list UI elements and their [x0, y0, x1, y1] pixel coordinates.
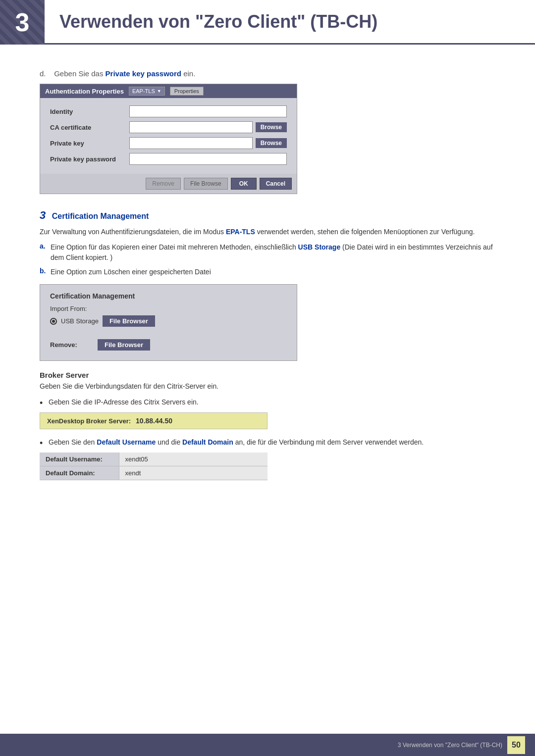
defaults-table: Default Username: xendt05 Default Domain… — [40, 453, 268, 480]
private-key-password-row: Private key password — [50, 153, 287, 165]
identity-input[interactable] — [129, 105, 287, 117]
dialog-title: Authentication Properties — [45, 88, 124, 95]
remove-button[interactable]: Remove — [146, 178, 181, 190]
default-domain-value: xendt — [119, 466, 268, 480]
dialog-footer: Remove File Browse OK Cancel — [40, 174, 297, 194]
usb-label: USB Storage — [61, 317, 99, 325]
default-username-value: xendt05 — [119, 453, 268, 466]
sub-step-b-text: Eine Option zum Löschen einer gespeicher… — [51, 267, 211, 277]
usb-radio[interactable] — [50, 318, 57, 325]
bullet-dot-1: • — [40, 399, 49, 407]
xen-label: XenDesktop Broker Server: — [47, 417, 131, 425]
broker-title: Broker Server — [40, 371, 495, 379]
dropdown-arrow: ▼ — [157, 89, 161, 94]
cancel-button[interactable]: Cancel — [260, 178, 292, 190]
default-username-label: Default Username: — [40, 453, 119, 466]
remove-file-browser-button[interactable]: File Browser — [98, 339, 150, 351]
page-number: 50 — [507, 736, 525, 754]
page-footer: 3 Verwenden von "Zero Client" (TB-CH) 50 — [0, 734, 535, 756]
chapter-title: Verwenden von "Zero Client" (TB-CH) — [59, 11, 377, 32]
sub-step-b-label: b. — [40, 267, 51, 277]
main-content: d. Geben Sie das Private key password ei… — [0, 59, 535, 520]
chapter-number: 3 — [15, 7, 30, 37]
private-key-row: Private key Browse — [50, 137, 287, 149]
section3-title: Certification Management — [52, 212, 149, 220]
dialog-title-bar: Authentication Properties EAP-TLS ▼ Prop… — [40, 84, 297, 98]
private-key-password-label: Private key password — [50, 155, 129, 163]
section3-highlight-mode: EPA-TLS — [226, 228, 255, 236]
broker-body: Geben Sie die Verbindungsdaten für den C… — [40, 382, 495, 390]
private-key-input[interactable] — [129, 137, 253, 149]
sub-step-a-text: Eine Option für das Kopieren einer Datei… — [51, 242, 495, 263]
broker-bullet1: • Geben Sie die IP-Adresse des Citrix Se… — [40, 397, 495, 407]
xen-desktop-box: XenDesktop Broker Server: 10.88.44.50 — [40, 412, 268, 429]
section3-body-before: Zur Verwaltung von Authentifizierungsdat… — [40, 228, 226, 236]
identity-label: Identity — [50, 108, 129, 115]
broker-bullet2-text: Geben Sie den Default Username und die D… — [49, 437, 424, 448]
private-key-label: Private key — [50, 140, 129, 147]
step-d-text-before: Geben Sie das — [54, 69, 105, 78]
auth-properties-dialog: Authentication Properties EAP-TLS ▼ Prop… — [40, 84, 297, 194]
ca-certificate-row: CA certificate Browse — [50, 121, 287, 133]
default-username-row: Default Username: xendt05 — [40, 453, 268, 466]
import-file-browser-button[interactable]: File Browser — [103, 315, 155, 327]
remove-row: Remove: File Browser — [50, 339, 287, 351]
remove-label: Remove: — [50, 341, 90, 349]
private-key-password-input[interactable] — [129, 153, 287, 165]
section3-number: 3 — [40, 209, 46, 221]
sub-step-a: a. Eine Option für das Kopieren einer Da… — [40, 242, 495, 263]
footer-text: 3 Verwenden von "Zero Client" (TB-CH) — [398, 742, 502, 749]
default-domain-label: Default Domain: — [40, 466, 119, 480]
section3-header: 3 Certification Management — [40, 209, 495, 222]
chapter-title-area: Verwenden von "Zero Client" (TB-CH) — [45, 0, 535, 45]
ca-certificate-label: CA certificate — [50, 124, 129, 131]
import-row: USB Storage File Browser — [50, 315, 287, 327]
chapter-number-block: 3 — [0, 0, 45, 45]
page-header: 3 Verwenden von "Zero Client" (TB-CH) — [0, 0, 535, 45]
step-d-label: d. Geben Sie das Private key password ei… — [40, 69, 495, 78]
eap-tls-label: EAP-TLS — [132, 88, 155, 94]
sub-step-a-label: a. — [40, 242, 51, 263]
eap-tls-dropdown[interactable]: EAP-TLS ▼ — [129, 87, 165, 96]
broker-bullet2: • Geben Sie den Default Username und die… — [40, 437, 495, 448]
dialog-body: Identity CA certificate Browse Private k… — [40, 98, 297, 174]
ca-certificate-input[interactable] — [129, 121, 253, 133]
file-browse-button[interactable]: File Browse — [184, 178, 228, 190]
cert-mgmt-box: Certification Management Import From: US… — [40, 284, 297, 361]
ok-button[interactable]: OK — [231, 178, 257, 190]
properties-button[interactable]: Properties — [170, 87, 204, 96]
xen-value: 10.88.44.50 — [136, 417, 172, 425]
cert-mgmt-title: Certification Management — [50, 292, 287, 300]
private-key-browse-button[interactable]: Browse — [256, 138, 287, 148]
ca-browse-button[interactable]: Browse — [256, 122, 287, 132]
sub-step-b: b. Eine Option zum Löschen einer gespeic… — [40, 267, 495, 277]
step-d-text-after: ein. — [181, 69, 195, 78]
broker-bullet1-text: Geben Sie die IP-Adresse des Citrix Serv… — [49, 397, 199, 407]
step-d-highlight: Private key password — [106, 69, 181, 78]
default-domain-row: Default Domain: xendt — [40, 466, 268, 480]
section3-body-after: verwendet werden, stehen die folgenden M… — [255, 228, 475, 236]
step-d-letter: d. — [40, 69, 46, 78]
bullet-dot-2: • — [40, 439, 49, 448]
import-label: Import From: — [50, 305, 287, 312]
section3-body: Zur Verwaltung von Authentifizierungsdat… — [40, 227, 495, 237]
identity-row: Identity — [50, 105, 287, 117]
